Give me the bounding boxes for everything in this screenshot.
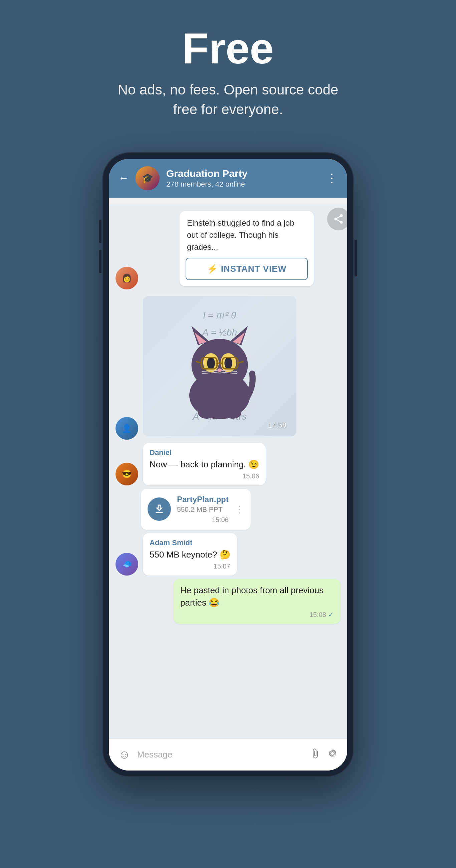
sticker-row: 👤 l = πr² θ A = ½bh V = l³ P = 2πr A = π… [116, 293, 340, 440]
chat-body: 👩 Einstein struggled to find a job out o… [109, 204, 347, 739]
own-time: 15:08 ✓ [180, 611, 334, 619]
bolt-icon: ⚡ [207, 264, 218, 274]
user-avatar-guy1: 👤 [116, 417, 138, 440]
instant-view-label: INSTANT VIEW [221, 264, 286, 274]
own-text: He pasted in photos from all previous pa… [180, 584, 334, 609]
daniel-bubble: Daniel Now — back to planning. 😉 15:06 [143, 443, 266, 486]
download-icon [153, 503, 165, 515]
svg-point-15 [218, 368, 222, 372]
paperclip-icon [310, 748, 321, 759]
own-time-value: 15:08 [309, 611, 326, 619]
adam-sender: Adam Smidt [150, 538, 230, 547]
share-icon [333, 213, 344, 225]
daniel-time: 15:06 [150, 472, 259, 480]
file-size: 550.2 MB PPT [177, 505, 229, 514]
read-checkmark: ✓ [328, 611, 334, 619]
chat-avatar: 🎓 [135, 166, 159, 190]
svg-point-20 [198, 406, 215, 418]
daniel-message-row: 😎 Daniel Now — back to planning. 😉 15:06 [116, 443, 340, 486]
user-avatar-guy3: 🧢 [116, 553, 138, 576]
file-time: 15:06 [177, 516, 229, 524]
chat-members: 278 members, 42 online [166, 180, 319, 189]
chat-menu-button[interactable]: ⋮ [326, 171, 338, 185]
own-bubble: He pasted in photos from all previous pa… [174, 579, 340, 624]
article-text: Einstein struggled to find a job out of … [180, 211, 314, 258]
back-button[interactable]: ← [118, 172, 129, 184]
message-bar: ☺ Message [109, 739, 347, 771]
sticker-time: 14:58 [268, 421, 286, 430]
instant-view-button[interactable]: ⚡ INSTANT VIEW [186, 258, 308, 280]
adam-message-row: 🧢 Adam Smidt 550 MB keynote? 🤔 15:07 [116, 533, 340, 576]
emoji-button[interactable]: ☺ [118, 747, 130, 762]
chat-name: Graduation Party [166, 168, 319, 179]
article-message: Einstein struggled to find a job out of … [180, 211, 314, 286]
svg-point-21 [224, 406, 241, 418]
file-bubble: PartyPlan.ppt 550.2 MB PPT 15:06 ⋮ [141, 489, 251, 530]
cat-sticker [176, 313, 263, 420]
camera-button[interactable] [327, 748, 338, 761]
message-input[interactable]: Message [137, 745, 303, 765]
adam-bubble: Adam Smidt 550 MB keynote? 🤔 15:07 [143, 533, 237, 576]
svg-point-8 [207, 357, 215, 369]
daniel-sender: Daniel [150, 448, 259, 457]
svg-point-9 [224, 357, 232, 369]
download-button[interactable] [148, 497, 171, 521]
file-menu-button[interactable]: ⋮ [235, 504, 244, 515]
camera-icon [327, 748, 338, 759]
sticker-area: l = πr² θ A = ½bh V = l³ P = 2πr A = πr²… [143, 296, 297, 436]
svg-point-1 [192, 339, 248, 391]
hero-title: Free [111, 27, 345, 70]
adam-text: 550 MB keynote? 🤔 [150, 549, 230, 561]
attach-button[interactable] [310, 748, 321, 761]
adam-time: 15:07 [150, 562, 230, 570]
file-name: PartyPlan.ppt [177, 495, 229, 504]
phone-outer: ← 🎓 Graduation Party 278 members, 42 onl… [103, 153, 353, 777]
user-avatar-guy2: 😎 [116, 463, 138, 486]
hero-subtitle: No ads, no fees. Open source code free f… [111, 80, 345, 120]
phone-screen: ← 🎓 Graduation Party 278 members, 42 onl… [109, 159, 347, 771]
chat-info: Graduation Party 278 members, 42 online [166, 168, 319, 189]
hero-section: Free No ads, no fees. Open source code f… [98, 0, 358, 140]
chat-header: ← 🎓 Graduation Party 278 members, 42 onl… [109, 159, 347, 198]
daniel-text: Now — back to planning. 😉 [150, 458, 259, 470]
phone-wrapper: ← 🎓 Graduation Party 278 members, 42 onl… [103, 153, 353, 777]
file-message-row: PartyPlan.ppt 550.2 MB PPT 15:06 ⋮ [141, 489, 340, 530]
own-message-row: He pasted in photos from all previous pa… [116, 579, 340, 624]
user-avatar-girl: 👩 [116, 267, 138, 289]
share-button[interactable] [327, 208, 347, 230]
file-info: PartyPlan.ppt 550.2 MB PPT 15:06 [177, 495, 229, 524]
